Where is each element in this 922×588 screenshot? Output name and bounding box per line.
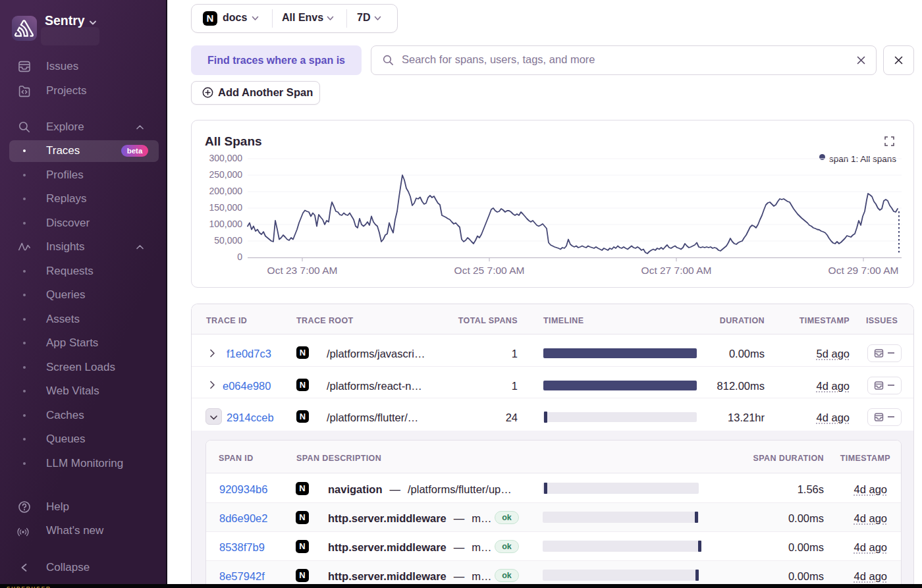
svg-text:Oct 23 7:00 AM: Oct 23 7:00 AM xyxy=(267,265,338,276)
svg-text:Oct 29 7:00 AM: Oct 29 7:00 AM xyxy=(828,265,899,276)
svg-text:0: 0 xyxy=(237,252,242,262)
svg-text:Oct 27 7:00 AM: Oct 27 7:00 AM xyxy=(641,265,712,276)
svg-text:300,000: 300,000 xyxy=(209,153,242,163)
svg-text:50,000: 50,000 xyxy=(214,235,242,246)
svg-text:200,000: 200,000 xyxy=(209,186,242,196)
svg-text:100,000: 100,000 xyxy=(209,219,242,229)
svg-text:Oct 25 7:00 AM: Oct 25 7:00 AM xyxy=(454,265,525,276)
svg-text:150,000: 150,000 xyxy=(209,202,242,213)
svg-text:250,000: 250,000 xyxy=(209,169,242,180)
